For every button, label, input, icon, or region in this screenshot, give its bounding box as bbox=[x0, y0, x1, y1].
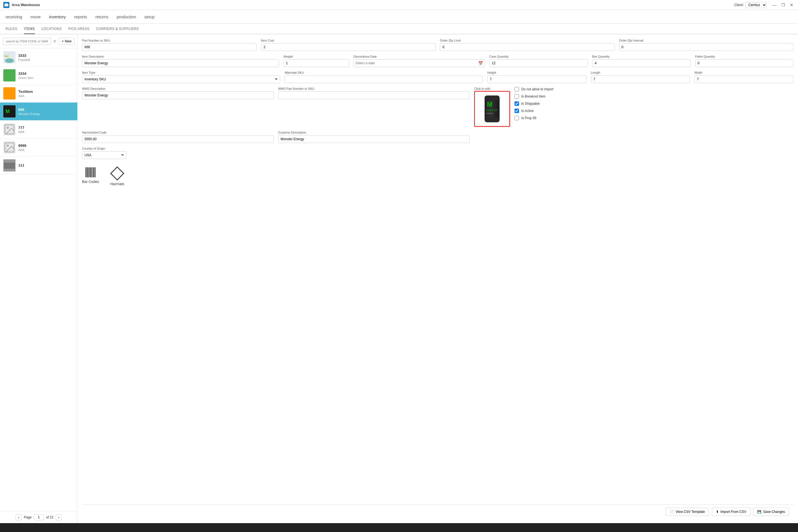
list-item[interactable]: 3334 Green Item bbox=[0, 66, 77, 84]
item-thumbnail: Fast bbox=[3, 51, 16, 63]
item-thumbnail bbox=[3, 87, 16, 99]
hazmats-item[interactable]: Hazmats bbox=[110, 167, 124, 186]
shippable-checkbox[interactable] bbox=[515, 101, 519, 106]
item-type-select[interactable]: Inventory SKU bbox=[82, 75, 280, 83]
new-button[interactable]: + New bbox=[59, 38, 75, 45]
item-thumbnail bbox=[3, 141, 16, 153]
pallet-qty-input[interactable] bbox=[695, 59, 794, 67]
save-changes-button[interactable]: 💾 Save Changes bbox=[753, 508, 789, 516]
subnav-pick-areas[interactable]: PICK AREAS bbox=[69, 24, 90, 34]
order-qty-limit-group: Order Qty Limit bbox=[440, 39, 614, 51]
client-select[interactable]: Cerritus bbox=[745, 2, 767, 8]
breakout-item-label: Is Breakout Item bbox=[521, 94, 545, 98]
box-qty-input[interactable] bbox=[592, 59, 690, 67]
subnav-items[interactable]: ITEMS bbox=[24, 24, 35, 34]
harmonized-code-input[interactable] bbox=[82, 135, 274, 143]
restore-button[interactable]: ❐ bbox=[780, 2, 786, 8]
item-thumbnail bbox=[3, 159, 16, 172]
breakout-item-checkbox[interactable] bbox=[515, 94, 519, 99]
do-not-import-label: Do not allow to import bbox=[521, 87, 553, 91]
checkbox-active[interactable]: Is Active bbox=[515, 109, 553, 113]
client-label: Client: bbox=[734, 3, 744, 7]
close-button[interactable]: ✕ bbox=[788, 2, 795, 8]
calendar-icon: 📅 bbox=[478, 61, 483, 65]
discontinue-date-input[interactable] bbox=[356, 60, 478, 67]
box-qty-label: Box Quantity bbox=[592, 55, 690, 58]
item-name: FreshAA bbox=[18, 58, 30, 61]
checkbox-do-not-import[interactable]: Do not allow to import bbox=[515, 87, 553, 92]
form-row-6: Country of Origin USA bbox=[82, 147, 794, 159]
item-code: 111 bbox=[18, 163, 24, 167]
prev-page-button[interactable]: ‹ bbox=[16, 514, 22, 520]
alternate-sku-label: Alternate SKU bbox=[285, 71, 483, 74]
page-label: Page bbox=[24, 515, 32, 519]
search-bar: ✕ + New bbox=[0, 34, 77, 49]
height-input[interactable] bbox=[488, 75, 587, 83]
click-to-edit-label: Click to edit: bbox=[474, 87, 510, 90]
subnav-locations[interactable]: LOCATIONS bbox=[41, 24, 62, 34]
view-csv-button[interactable]: 📄 View CSV Template bbox=[666, 508, 709, 516]
minimize-button[interactable]: — bbox=[771, 2, 778, 8]
page-number-input[interactable] bbox=[34, 514, 44, 520]
alternate-sku-input[interactable] bbox=[285, 75, 483, 83]
subnav-rules[interactable]: RULES bbox=[5, 24, 17, 34]
import-csv-button[interactable]: ⬆ Import From CSV bbox=[712, 508, 750, 516]
customs-description-input[interactable] bbox=[278, 135, 470, 143]
active-checkbox[interactable] bbox=[515, 109, 519, 113]
country-of-origin-label: Country of Origin bbox=[82, 147, 259, 150]
item-code: 3334 bbox=[18, 72, 34, 76]
bar-codes-item[interactable]: Bar Codes bbox=[82, 167, 99, 186]
titlebar-right: Client: Cerritus — ❐ ✕ bbox=[734, 2, 795, 8]
list-item[interactable]: TestItem AAA bbox=[0, 84, 77, 102]
nav-production[interactable]: production bbox=[117, 11, 136, 23]
weight-input[interactable] bbox=[283, 59, 349, 67]
nav-move[interactable]: move bbox=[31, 11, 41, 23]
svg-point-11 bbox=[7, 145, 8, 147]
svg-text:M: M bbox=[5, 109, 10, 114]
svg-text:MONSTER: MONSTER bbox=[486, 109, 498, 112]
height-group: Height bbox=[488, 71, 587, 83]
nav-reports[interactable]: reports bbox=[74, 11, 87, 23]
item-image-container[interactable]: M MONSTER ENERGY bbox=[474, 91, 510, 127]
nav-inventory[interactable]: inventory bbox=[49, 11, 66, 23]
list-item[interactable]: 777 AAA bbox=[0, 120, 77, 138]
next-page-button[interactable]: › bbox=[56, 514, 62, 520]
checkbox-breakout-item[interactable]: Is Breakout Item bbox=[515, 94, 553, 99]
length-input[interactable] bbox=[591, 75, 690, 83]
checkbox-prop65[interactable]: Is Prop 65 bbox=[515, 116, 553, 120]
prop65-label: Is Prop 65 bbox=[521, 116, 536, 120]
nav-returns[interactable]: returns bbox=[95, 11, 108, 23]
country-of-origin-select[interactable]: USA bbox=[82, 151, 126, 159]
prop65-checkbox[interactable] bbox=[515, 116, 519, 120]
search-input[interactable] bbox=[3, 38, 51, 45]
wms-description-input[interactable] bbox=[82, 92, 274, 99]
nav-receiving[interactable]: receiving bbox=[5, 11, 22, 23]
form-row-5: Harmonized Code Customs Description bbox=[82, 131, 794, 143]
nav-setup[interactable]: setup bbox=[144, 11, 155, 23]
order-qty-interval-input[interactable] bbox=[619, 43, 794, 51]
wms-section: WMS Description bbox=[82, 87, 274, 99]
alternate-sku-group: Alternate SKU bbox=[285, 71, 483, 83]
wms-part-number-input[interactable] bbox=[278, 92, 470, 99]
case-qty-input[interactable] bbox=[489, 59, 588, 67]
checkbox-shippable[interactable]: Is Shippable bbox=[515, 101, 553, 106]
app-icon bbox=[3, 2, 10, 8]
part-number-input[interactable] bbox=[82, 43, 256, 51]
icons-section: Bar Codes Hazmats bbox=[82, 165, 794, 186]
search-clear-icon[interactable]: ✕ bbox=[53, 39, 57, 43]
order-qty-limit-input[interactable] bbox=[440, 43, 614, 51]
pallet-qty-label: Pallet Quantity bbox=[695, 55, 794, 58]
list-item[interactable]: 111 bbox=[0, 156, 77, 174]
app-title: Arca Warehouse bbox=[12, 3, 40, 7]
subnav-carriers-suppliers[interactable]: CARRIERS & SUPPLIERS bbox=[96, 24, 139, 34]
list-item[interactable]: 9999 AAA bbox=[0, 138, 77, 156]
list-item[interactable]: M 666 Monster Energy bbox=[0, 102, 77, 120]
width-input[interactable] bbox=[695, 75, 794, 83]
item-description-input[interactable] bbox=[82, 59, 279, 67]
item-cost-input[interactable] bbox=[261, 43, 436, 51]
do-not-import-checkbox[interactable] bbox=[515, 87, 519, 92]
height-label: Height bbox=[488, 71, 587, 74]
barcode-icon bbox=[86, 167, 96, 177]
list-item[interactable]: Fast 3333 FreshAA bbox=[0, 49, 77, 66]
length-group: Length bbox=[591, 71, 690, 83]
